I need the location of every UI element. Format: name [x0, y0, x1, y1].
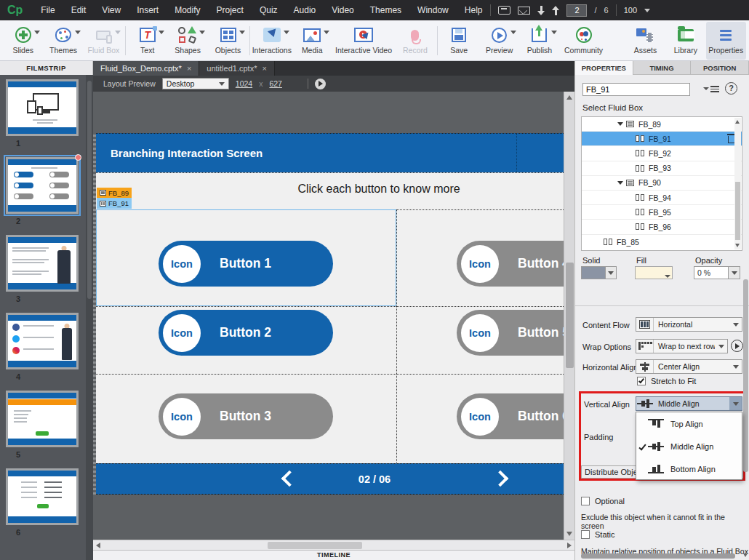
tree-item-fb89[interactable]: FB_89	[582, 117, 742, 132]
slide-thumbnail-5[interactable]: 5	[6, 391, 81, 459]
toolbar-objects[interactable]: Objects	[208, 22, 248, 60]
collapse-caret-icon[interactable]	[617, 122, 623, 126]
filmstrip-scrollbar[interactable]	[86, 75, 93, 560]
publish-caret-icon[interactable]	[551, 31, 557, 34]
menu-quiz[interactable]: Quiz	[252, 0, 286, 20]
option-bottom-align[interactable]: Bottom Align	[636, 457, 742, 480]
menu-project[interactable]: Project	[209, 0, 252, 20]
slide-button-4[interactable]: Icon Button 4	[457, 241, 564, 287]
scroll-up-icon[interactable]	[566, 95, 572, 100]
fluidbox-tag-fb89[interactable]: FB_89	[97, 188, 132, 198]
menu-modify[interactable]: Modify	[167, 0, 208, 20]
slide-button-5[interactable]: Icon Button 5	[457, 310, 564, 356]
toolbar-shapes[interactable]: Shapes	[167, 22, 207, 60]
properties-vertical-scrollbar[interactable]	[743, 254, 748, 551]
slide-thumbnail-4[interactable]: 4	[6, 313, 81, 381]
toolbar-media[interactable]: Media	[292, 22, 332, 60]
menu-view[interactable]: View	[94, 0, 129, 20]
opacity-combo[interactable]: 0 %	[694, 266, 740, 279]
static-row[interactable]: Static	[581, 530, 615, 539]
help-icon[interactable]: ?	[725, 82, 737, 95]
menu-audio[interactable]: Audio	[286, 0, 324, 20]
slide-button-2[interactable]: Icon Button 2	[159, 310, 333, 356]
optional-row[interactable]: Optional	[581, 497, 625, 505]
wrap-preview-play-button[interactable]	[731, 340, 743, 352]
option-top-align[interactable]: Top Align	[636, 412, 742, 435]
toolbar-assets[interactable]: Assets	[625, 22, 665, 60]
interactions-caret-icon[interactable]	[284, 31, 289, 34]
tab-untitled1[interactable]: untitled1.cptx* ×	[199, 61, 275, 76]
scrollbar-thumb[interactable]	[566, 263, 574, 368]
static-checkbox[interactable]	[581, 530, 590, 539]
objects-caret-icon[interactable]	[239, 31, 245, 34]
toolbar-library[interactable]: Library	[665, 22, 705, 60]
menu-edit[interactable]: Edit	[63, 0, 95, 20]
toolbar-interactions[interactable]: Interactions	[252, 22, 292, 60]
themes-caret-icon[interactable]	[75, 31, 81, 34]
preview-width-field[interactable]: 1024	[236, 79, 252, 88]
slide-thumbnail-6[interactable]: 6	[6, 468, 81, 537]
stretch-to-fit-row[interactable]: Stretch to Fit	[637, 377, 696, 385]
toolbar-text[interactable]: T Text	[127, 22, 167, 60]
canvas-horizontal-scrollbar[interactable]	[93, 540, 574, 550]
slide-thumbnail-3[interactable]: 3	[6, 235, 81, 303]
tree-item-fb95[interactable]: FB_95	[582, 205, 742, 220]
menu-themes[interactable]: Themes	[362, 0, 409, 20]
mail-icon[interactable]	[518, 7, 530, 15]
tab-close-icon[interactable]: ×	[262, 64, 266, 73]
slide-button-6[interactable]: Icon Button 6	[457, 393, 564, 439]
tree-item-fb93[interactable]: FB_93	[582, 161, 742, 176]
scrollbar-thumb[interactable]	[268, 542, 362, 549]
presentation-icon[interactable]	[498, 6, 510, 15]
device-select[interactable]: Desktop	[162, 78, 229, 89]
menu-file[interactable]: File	[33, 0, 63, 20]
tab-fluid-box-demo[interactable]: Fluid_Box_Demo.cptx* ×	[93, 61, 199, 76]
menu-window[interactable]: Window	[409, 0, 457, 20]
toolbar-themes[interactable]: Themes	[43, 22, 83, 60]
text-caret-icon[interactable]	[159, 31, 164, 34]
stretch-checkbox-checked[interactable]	[637, 377, 646, 385]
slide-title-bar[interactable]: Branching Interaction Screen	[96, 133, 564, 172]
slide-prompt-text[interactable]: Click each button to know more	[297, 183, 460, 196]
slide-thumbnail-2-selected[interactable]: 2	[6, 157, 81, 225]
toolbar-slides[interactable]: Slides	[3, 22, 43, 60]
slide-stage[interactable]: Branching Interaction Screen Click each …	[96, 133, 564, 495]
properties-horizontal-scrollbar[interactable]	[581, 553, 735, 559]
timeline-panel-header[interactable]: TIMELINE	[93, 550, 574, 560]
wrap-options-combo[interactable]: Wrap to next row	[636, 339, 728, 353]
option-middle-align-checked[interactable]: Middle Align	[636, 435, 742, 457]
tree-item-fb91-selected[interactable]: FB_91	[582, 132, 742, 146]
previous-chevron-icon[interactable]	[281, 471, 298, 487]
preview-play-button[interactable]	[315, 79, 326, 89]
content-flow-combo[interactable]: Horizontal	[636, 317, 742, 332]
previous-slide-arrow-icon[interactable]	[552, 6, 559, 15]
menu-help[interactable]: Help	[457, 0, 491, 20]
tree-item-fb85[interactable]: FB_85	[582, 235, 742, 249]
toolbar-preview[interactable]: Preview	[479, 22, 519, 60]
tab-close-icon[interactable]: ×	[187, 64, 191, 73]
horizontal-align-combo[interactable]: Center Align	[636, 359, 742, 374]
toolbar-interactive-video[interactable]: Interactive Video	[332, 22, 395, 60]
fluidbox-tag-fb91[interactable]: FB_91	[97, 198, 132, 209]
scroll-down-icon[interactable]	[566, 532, 572, 536]
tab-timing[interactable]: TIMING	[633, 61, 692, 75]
fluidbox-name-input[interactable]	[582, 83, 690, 96]
tab-position[interactable]: POSITION	[691, 61, 749, 75]
toolbar-community[interactable]: Community	[560, 22, 608, 60]
zoom-level[interactable]: 100	[624, 6, 637, 15]
optional-checkbox[interactable]	[581, 497, 590, 505]
slides-caret-icon[interactable]	[34, 31, 40, 34]
scroll-left-icon[interactable]	[96, 543, 100, 548]
current-slide-field[interactable]: 2	[566, 4, 587, 17]
shapes-caret-icon[interactable]	[199, 31, 205, 34]
toolbar-publish[interactable]: Publish	[519, 22, 559, 60]
tree-item-fb94[interactable]: FB_94	[582, 191, 742, 205]
preview-caret-icon[interactable]	[510, 31, 516, 34]
panel-menu-icon[interactable]	[703, 86, 719, 92]
toolbar-save[interactable]: Save	[439, 22, 479, 60]
tree-item-fb90[interactable]: FB_90	[582, 176, 742, 191]
tree-scrollbar[interactable]	[734, 118, 741, 249]
tree-item-fb96[interactable]: FB_96	[582, 220, 742, 234]
slide-button-1[interactable]: Icon Button 1	[159, 241, 333, 287]
preview-height-field[interactable]: 627	[269, 79, 282, 88]
